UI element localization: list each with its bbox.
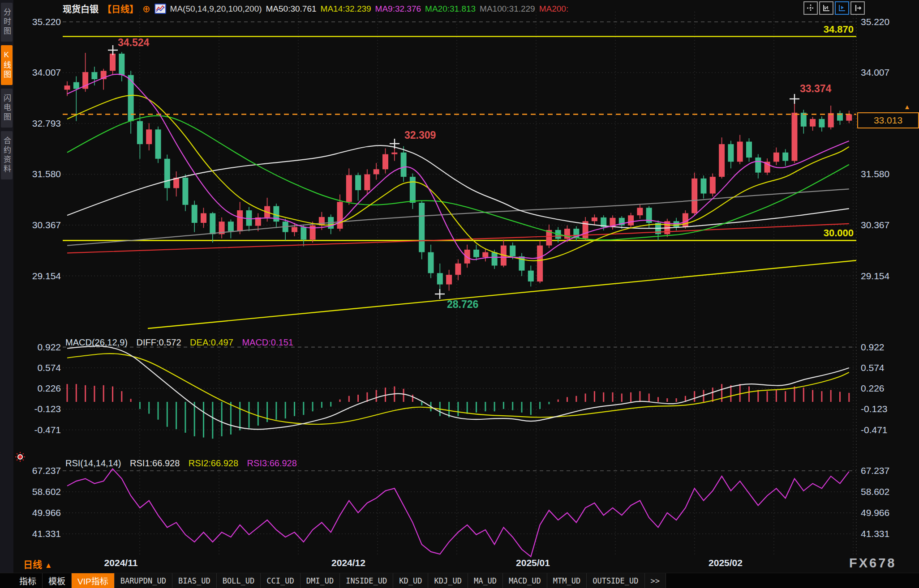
toolbar-item-more[interactable]: >> [645, 573, 666, 588]
svg-text:-0.471: -0.471 [34, 425, 61, 435]
toolbar-item-inside[interactable]: INSIDE_UD [340, 573, 393, 588]
svg-text:0.226: 0.226 [37, 383, 61, 393]
current-price-box: 33.013 [857, 112, 919, 128]
svg-text:31.580: 31.580 [32, 169, 61, 179]
svg-text:0.922: 0.922 [37, 342, 61, 352]
toolbar-item-vip-indicators[interactable]: VIP指标 [72, 573, 115, 588]
ma-settings-label: MA(50,14,9,20,100,200) [170, 4, 262, 14]
toolbar-item-boll[interactable]: BOLL_UD [217, 573, 261, 588]
svg-text:29.154: 29.154 [861, 271, 890, 281]
svg-text:67.237: 67.237 [32, 465, 61, 476]
rsi1-value: RSI1:66.928 [130, 458, 180, 468]
rsi-header: RSI(14,14,14) RSI1:66.928 RSI2:66.928 RS… [65, 458, 303, 469]
crosshair-tool-icon[interactable] [803, 1, 818, 15]
timeframe-button[interactable]: 日线 ▲ [23, 557, 52, 571]
svg-text:33.374: 33.374 [800, 83, 832, 94]
svg-text:49.966: 49.966 [861, 507, 889, 518]
toolbar-item-bias[interactable]: BIAS_UD [172, 573, 217, 588]
rsi-title: RSI(14,14,14) [65, 458, 121, 468]
svg-text:0.226: 0.226 [861, 383, 885, 393]
timeframe-dropdown-icon: ▲ [45, 561, 52, 570]
toolbar-item-ma[interactable]: MA_UD [468, 573, 503, 588]
axis-shift-icon[interactable] [850, 1, 865, 15]
svg-text:35.220: 35.220 [32, 17, 61, 27]
toolbar-filler [666, 573, 919, 588]
rsi2-value: RSI2:66.928 [189, 458, 238, 468]
macd-diff-value: DIFF:0.572 [137, 337, 181, 347]
svg-text:0.574: 0.574 [37, 362, 61, 373]
macd-dea-value: DEA:0.497 [190, 337, 233, 347]
ma50-value: MA50:30.761 [266, 4, 317, 14]
toolbar-item-indicators[interactable]: 指标 [13, 573, 43, 588]
svg-text:41.331: 41.331 [32, 528, 61, 539]
macd-macd-value: MACD:0.151 [242, 337, 293, 347]
svg-text:58.602: 58.602 [32, 486, 61, 497]
svg-text:41.331: 41.331 [861, 528, 889, 539]
toolbar-item-outside[interactable]: OUTSIDE_UD [587, 573, 644, 588]
svg-text:32.793: 32.793 [32, 118, 61, 128]
svg-text:0.922: 0.922 [861, 342, 885, 352]
toolbar-item-mtm[interactable]: MTM_UD [547, 573, 587, 588]
ma14-value: MA14:32.239 [321, 4, 371, 14]
toolbar-item-cci[interactable]: CCI_UD [261, 573, 300, 588]
date-axis-label: 2024/11 [104, 558, 138, 568]
toolbar-item-kdj[interactable]: KDJ_UD [428, 573, 468, 588]
price-up-arrow-icon: ▲ [904, 103, 910, 111]
svg-text:34.007: 34.007 [861, 67, 889, 77]
ma100-value: MA100:31.229 [480, 4, 535, 14]
sidebar-tab-kline-chart[interactable]: K线图 [1, 45, 13, 85]
macd-title: MACD(26,12,9) [65, 337, 128, 347]
svg-text:49.966: 49.966 [32, 507, 61, 518]
svg-text:34.870: 34.870 [824, 24, 854, 35]
add-overlay-icon[interactable]: ⊕ [142, 4, 150, 13]
axis-scale-icon[interactable] [819, 1, 833, 15]
svg-text:30.367: 30.367 [861, 220, 889, 230]
toolbar-item-templates[interactable]: 模板 [43, 573, 72, 588]
toolbar-item-macd[interactable]: MACD_UD [503, 573, 547, 588]
sidebar: 分时图 K线图 闪电图 合约资料 [0, 0, 13, 573]
ma9-value: MA9:32.376 [375, 4, 421, 14]
svg-text:34.007: 34.007 [32, 67, 61, 77]
timeframe-tag: 【日线】 [103, 2, 138, 15]
svg-text:-0.471: -0.471 [861, 425, 888, 435]
ma20-value: MA20:31.813 [425, 4, 476, 14]
chart-header: 现货白银 【日线】 ⊕ MA(50,14,9,20,100,200) MA50:… [63, 2, 568, 15]
svg-text:34.524: 34.524 [118, 37, 150, 48]
date-axis-label: 2025/01 [516, 558, 550, 568]
chart-type-icon[interactable] [155, 4, 166, 14]
indicator-toolbar: 指标 模板 VIP指标 BARUPDN_UD BIAS_UD BOLL_UD C… [0, 573, 919, 588]
svg-text:31.580: 31.580 [861, 169, 889, 179]
svg-text:32.309: 32.309 [404, 129, 436, 141]
rsi3-value: RSI3:66.928 [247, 458, 297, 468]
trading-app-window: 35.22035.22034.00734.00732.79332.79331.5… [0, 0, 919, 588]
svg-text:67.237: 67.237 [861, 465, 889, 476]
chart-canvas[interactable]: 35.22035.22034.00734.00732.79332.79331.5… [0, 0, 919, 588]
axis-auto-icon[interactable] [835, 1, 849, 15]
symbol-title: 现货白银 [63, 2, 99, 15]
sidebar-tab-lightning-chart[interactable]: 闪电图 [1, 89, 13, 128]
toolbar-item-barupdn[interactable]: BARUPDN_UD [115, 573, 172, 588]
svg-text:29.154: 29.154 [32, 271, 61, 281]
chart-toolbar-icons [803, 1, 865, 15]
svg-text:30.000: 30.000 [824, 227, 854, 239]
ma200-value: MA200: [539, 4, 568, 14]
svg-text:35.220: 35.220 [861, 17, 889, 27]
sidebar-tab-contract-info[interactable]: 合约资料 [1, 131, 13, 179]
date-axis-label: 2025/02 [709, 558, 743, 568]
toolbar-item-kd[interactable]: KD_UD [393, 573, 428, 588]
svg-text:0.574: 0.574 [861, 362, 885, 373]
svg-text:30.367: 30.367 [32, 220, 61, 230]
sidebar-tab-timeline-chart[interactable]: 分时图 [1, 3, 13, 42]
alert-dot-icon[interactable] [15, 452, 26, 464]
svg-text:28.726: 28.726 [447, 298, 478, 310]
toolbar-item-dmi[interactable]: DMI_UD [301, 573, 340, 588]
svg-text:-0.123: -0.123 [861, 404, 888, 414]
svg-text:58.602: 58.602 [861, 486, 889, 497]
fx678-watermark: FX678 [849, 556, 896, 571]
date-axis-label: 2024/12 [331, 558, 365, 568]
macd-header: MACD(26,12,9) DIFF:0.572 DEA:0.497 MACD:… [65, 337, 300, 348]
svg-text:-0.123: -0.123 [34, 404, 61, 414]
